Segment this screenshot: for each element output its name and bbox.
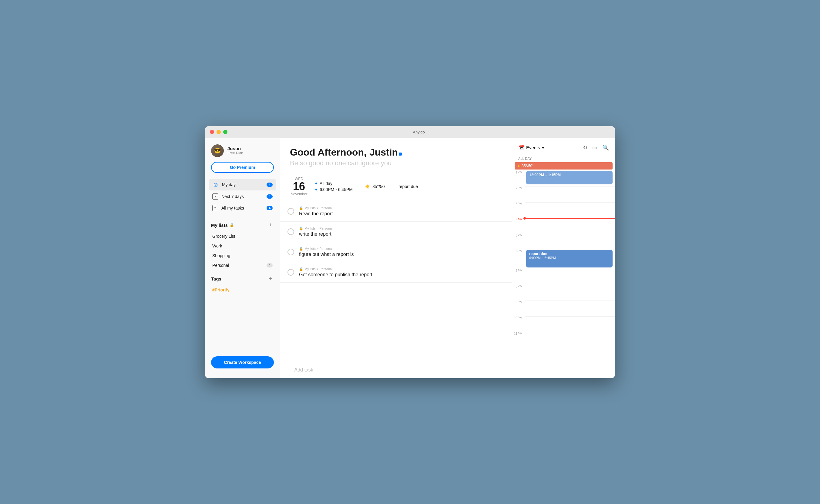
time-row-5pm: 5PM xyxy=(512,234,615,250)
nav-badge-next-7-days: 4 xyxy=(267,194,273,199)
pin-button-1[interactable]: 📌 xyxy=(491,208,497,214)
my-lists-section-header: My lists 🔒 + xyxy=(205,219,280,231)
list-label-shopping: Shopping xyxy=(212,253,230,258)
events-button[interactable]: 📅 Events ▾ xyxy=(518,145,544,150)
date-month: November xyxy=(290,192,308,196)
refresh-icon[interactable]: ↻ xyxy=(583,144,587,151)
task-breadcrumb-3: 🔒 My lists > Personal xyxy=(299,247,486,251)
app-body: 😎 Justin Free Plan Go Premium ◎ My day 4… xyxy=(205,138,615,378)
greeting-subtitle: Be so good no one can ignore you xyxy=(290,159,502,167)
avatar-image: 😎 xyxy=(211,144,224,157)
add-tag-button[interactable]: + xyxy=(267,275,274,283)
task-checkbox-4[interactable] xyxy=(287,269,294,276)
time-area-5pm xyxy=(525,234,615,250)
pin-button-4[interactable]: 📌 xyxy=(491,269,497,275)
calendar-panel: 📅 Events ▾ ↻ ▭ 🔍 ALL DAY ● 35°/50° xyxy=(512,138,615,378)
nav-badge-all-tasks: 4 xyxy=(267,206,273,210)
list-item-shopping[interactable]: Shopping xyxy=(209,251,276,260)
sidebar: 😎 Justin Free Plan Go Premium ◎ My day 4… xyxy=(205,138,280,378)
all-day-event[interactable]: ● 35°/50° xyxy=(515,162,613,170)
main-header: Good Afternoon, Justin Be so good no one… xyxy=(280,138,512,172)
time-area-1pm: 12:00PM – 1:15PM xyxy=(525,171,615,186)
date-detail-time: 6:00PM - 6:45PM xyxy=(315,187,353,192)
list-label-grocery: Grocery List xyxy=(212,234,235,239)
time-label-1pm: 1PM xyxy=(512,171,525,174)
lock-icon: 🔒 xyxy=(230,223,234,227)
user-info: Justin Free Plan xyxy=(227,146,274,155)
list-item-personal[interactable]: Personal 4 xyxy=(209,260,276,270)
search-icon[interactable]: 🔍 xyxy=(602,144,609,151)
create-workspace-button[interactable]: Create Workspace xyxy=(211,356,274,368)
time-row-3pm: 3PM xyxy=(512,202,615,218)
minimize-button[interactable] xyxy=(217,130,221,134)
time-area-9pm xyxy=(525,301,615,316)
time-label-11pm: 11PM xyxy=(512,332,525,335)
table-row: 🔒 My lists > Personal Get someone to pub… xyxy=(280,262,512,283)
task-name-4[interactable]: Get someone to publish the report xyxy=(299,272,486,277)
user-plan: Free Plan xyxy=(227,151,274,155)
close-button[interactable] xyxy=(210,130,214,134)
sidebar-item-all-my-tasks[interactable]: ≡ All my tasks 4 xyxy=(209,203,276,213)
task-content-2: 🔒 My lists > Personal write the report xyxy=(299,227,486,237)
close-button-4[interactable]: ✕ xyxy=(501,269,505,275)
calendar-event-noon[interactable]: 12:00PM – 1:15PM xyxy=(526,171,613,184)
add-task-label: Add task xyxy=(294,367,313,373)
table-row: 🔒 My lists > Personal figure out what a … xyxy=(280,242,512,262)
task-checkbox-2[interactable] xyxy=(287,228,294,235)
all-day-section-label: ALL DAY xyxy=(512,155,615,162)
task-content-3: 🔒 My lists > Personal figure out what a … xyxy=(299,247,486,257)
calendar-actions: ↻ ▭ 🔍 xyxy=(583,144,609,151)
nav-label-next-7-days: Next 7 days xyxy=(221,194,264,199)
grid-icon[interactable]: ▭ xyxy=(592,144,597,151)
lock-icon-small-2: 🔒 xyxy=(299,227,303,230)
maximize-button[interactable] xyxy=(223,130,227,134)
greeting-text: Good Afternoon, Justin xyxy=(290,147,398,158)
task-checkbox-1[interactable] xyxy=(287,208,294,215)
all-day-temp: 35°/50° xyxy=(522,164,534,168)
pin-button-3[interactable]: 📌 xyxy=(491,249,497,255)
date-detail-allday: All day xyxy=(315,181,353,186)
dot-bullet-1 xyxy=(315,183,317,184)
user-name: Justin xyxy=(227,146,274,151)
my-day-icon: ◎ xyxy=(212,181,219,188)
task-name-2[interactable]: write the report xyxy=(299,231,486,237)
date-block: WED 16 November xyxy=(290,177,308,196)
close-button-2[interactable]: ✕ xyxy=(501,229,505,234)
time-area-4pm xyxy=(525,218,615,234)
lock-icon-small: 🔒 xyxy=(299,206,303,210)
time-area-10pm xyxy=(525,316,615,332)
task-breadcrumb-4: 🔒 My lists > Personal xyxy=(299,267,486,271)
list-item-grocery[interactable]: Grocery List xyxy=(209,231,276,241)
event-noon-title: 12:00PM – 1:15PM xyxy=(529,173,610,177)
time-area-2pm xyxy=(525,186,615,202)
task-name-1[interactable]: Read the report xyxy=(299,211,486,217)
chevron-down-icon: ▾ xyxy=(542,145,544,150)
my-lists-items: Grocery List Work Shopping Personal 4 xyxy=(205,231,280,270)
pin-button-2[interactable]: 📌 xyxy=(491,229,497,234)
event-report-title: report due xyxy=(529,252,610,256)
task-name-3[interactable]: figure out what a report is xyxy=(299,252,486,257)
table-row: 🔒 My lists > Personal write the report 📌… xyxy=(280,222,512,242)
sidebar-item-my-day[interactable]: ◎ My day 4 xyxy=(209,179,276,190)
all-day-dot: ● xyxy=(518,164,520,168)
time-row-11pm: 11PM xyxy=(512,332,615,348)
tags-title: Tags xyxy=(211,276,267,281)
close-button-3[interactable]: ✕ xyxy=(501,249,505,255)
priority-tag[interactable]: #Priority xyxy=(205,285,280,295)
add-task-bar[interactable]: + Add task xyxy=(280,362,512,378)
list-item-work[interactable]: Work xyxy=(209,241,276,251)
sidebar-item-next-7-days[interactable]: 7 Next 7 days 4 xyxy=(209,191,276,202)
go-premium-button[interactable]: Go Premium xyxy=(211,162,274,173)
events-label: Events xyxy=(526,145,540,150)
list-badge-personal: 4 xyxy=(267,263,273,267)
traffic-lights xyxy=(210,130,227,134)
avatar: 😎 xyxy=(211,144,224,157)
time-area-8pm xyxy=(525,285,615,301)
date-day-num: 16 xyxy=(290,181,308,192)
calendar-event-report[interactable]: report due 6:00PM – 6:45PM xyxy=(526,250,613,267)
app-window: Any.do 😎 Justin Free Plan Go Premium ◎ xyxy=(205,126,615,378)
close-button-1[interactable]: ✕ xyxy=(501,208,505,214)
weather-temp: 35°/50° xyxy=(372,184,386,189)
task-checkbox-3[interactable] xyxy=(287,249,294,255)
add-list-button[interactable]: + xyxy=(267,221,274,229)
